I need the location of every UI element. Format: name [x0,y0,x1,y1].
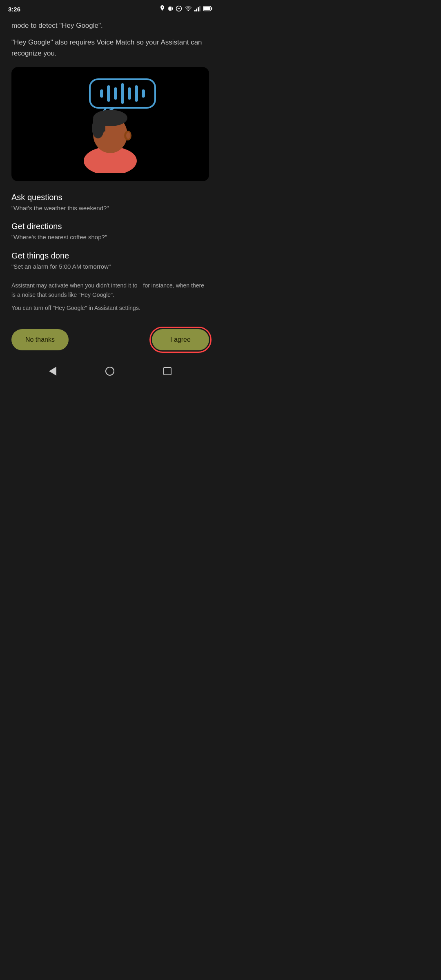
recents-button[interactable] [163,367,172,375]
svg-rect-7 [198,7,199,11]
svg-rect-2 [172,7,173,10]
svg-rect-25 [93,119,105,131]
feature-title-0: Ask questions [11,193,209,202]
signal-icon [194,6,201,13]
svg-rect-11 [204,7,210,10]
location-icon [160,5,165,13]
feature-title-1: Get directions [11,222,209,231]
svg-rect-10 [211,7,212,10]
disclaimer-text-1: Assistant may activate when you didn't i… [11,281,209,299]
svg-rect-14 [107,85,110,102]
home-button[interactable] [105,367,114,376]
main-content: mode to detect "Hey Google". "Hey Google… [0,16,220,313]
disclaimer-section: Assistant may activate when you didn't i… [11,281,209,312]
no-thanks-button[interactable]: No thanks [11,329,69,350]
feature-title-2: Get things done [11,251,209,261]
button-row: No thanks I agree [0,323,220,359]
nav-bar [0,359,220,387]
feature-example-0: "What's the weather this weekend?" [11,204,209,213]
svg-rect-15 [114,87,117,100]
battery-icon [203,6,212,13]
status-bar: 3:26 [0,0,220,16]
svg-rect-13 [100,89,103,98]
feature-get-directions: Get directions "Where's the nearest coff… [11,222,209,242]
partial-text: mode to detect "Hey Google". [11,20,209,31]
svg-rect-8 [199,6,200,11]
feature-example-2: "Set an alarm for 5:00 AM tomorrow" [11,262,209,272]
agree-button[interactable]: I agree [152,329,209,350]
feature-get-things-done: Get things done "Set an alarm for 5:00 A… [11,251,209,272]
svg-rect-19 [142,89,145,98]
disclaimer-text-2: You can turn off "Hey Google" in Assista… [11,303,209,312]
vibrate-icon [167,5,173,13]
svg-rect-1 [168,7,169,10]
status-icons [160,5,212,13]
svg-rect-16 [121,83,124,104]
svg-rect-6 [196,9,197,11]
voice-illustration [57,75,163,173]
description-text: "Hey Google" also requires Voice Match s… [11,37,209,59]
svg-rect-18 [135,85,138,102]
feature-ask-questions: Ask questions "What's the weather this w… [11,193,209,213]
svg-rect-5 [194,10,196,11]
back-button[interactable] [49,367,56,376]
illustration-box [11,67,209,181]
svg-rect-0 [169,7,172,11]
svg-rect-17 [128,87,131,100]
dnd-icon [176,5,182,13]
wifi-icon [185,6,192,13]
status-time: 3:26 [8,6,20,13]
svg-point-27 [126,132,130,139]
feature-example-1: "Where's the nearest coffee shop?" [11,233,209,242]
